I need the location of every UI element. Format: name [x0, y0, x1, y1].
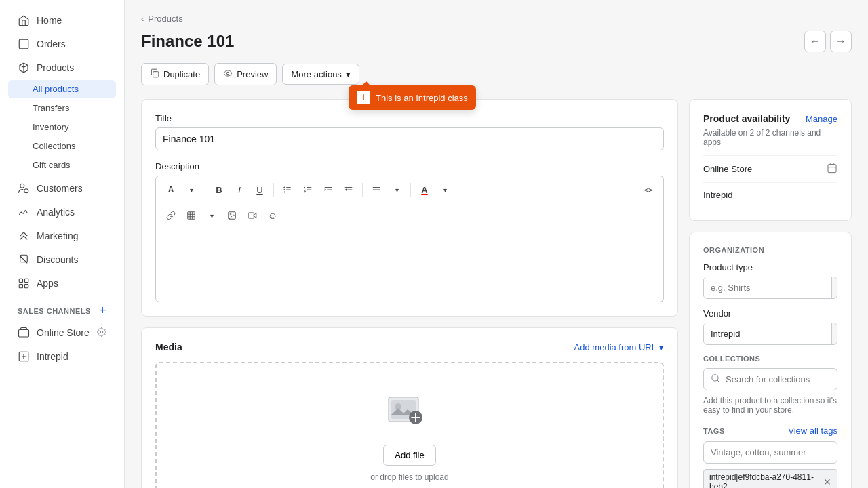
toolbar-link-btn[interactable]	[161, 206, 180, 225]
svg-point-16	[284, 189, 285, 190]
toolbar-image-btn[interactable]	[222, 206, 241, 225]
sidebar-item-apps[interactable]: Apps	[8, 272, 116, 295]
toolbar-table-btn[interactable]	[182, 206, 201, 225]
collections-hint: Add this product to a collection so it's…	[703, 396, 837, 415]
breadcrumb-link[interactable]: Products	[148, 14, 182, 24]
toolbar-table-dropdown-btn[interactable]: ▾	[202, 206, 221, 225]
svg-point-11	[226, 72, 229, 75]
tag-chips: intrepid|ef9fdcba-a270-4811-beb2... ✕	[703, 469, 837, 488]
intrepid-icon	[18, 350, 30, 363]
svg-rect-0	[19, 39, 28, 49]
sidebar-sub-all-products-label: All products	[33, 84, 79, 94]
page-header: Finance 101 ← →	[141, 30, 852, 52]
channel-online-store-label: Online Store	[703, 164, 752, 174]
tags-header: TAGS View all tags	[703, 426, 837, 436]
add-file-button[interactable]: Add file	[383, 445, 435, 466]
online-store-settings-icon[interactable]	[97, 327, 106, 339]
tag-remove-button[interactable]: ✕	[823, 477, 831, 487]
sidebar-sub-inventory[interactable]: Inventory	[8, 118, 116, 136]
analytics-icon	[18, 206, 30, 218]
sidebar-item-home[interactable]: Home	[8, 9, 116, 32]
sidebar-sub-transfers[interactable]: Transfers	[8, 99, 116, 117]
toolbar-sep-3	[362, 183, 363, 197]
toolbar-font-btn[interactable]: A	[161, 180, 180, 199]
sidebar-item-online-store-label: Online Store	[37, 327, 90, 338]
product-type-row: Product type ⇕	[703, 262, 837, 299]
sidebar-item-intrepid[interactable]: Intrepid	[8, 345, 116, 368]
sidebar-sub-collections[interactable]: Collections	[8, 137, 116, 155]
product-type-label: Product type	[703, 262, 837, 272]
toolbar-font-dropdown-btn[interactable]: ▾	[182, 180, 201, 199]
toolbar-underline-btn[interactable]: U	[250, 180, 269, 199]
calendar-icon[interactable]	[827, 163, 837, 176]
product-type-arrow[interactable]: ⇕	[831, 277, 837, 298]
tooltip-popup: I This is an Intrepid class	[349, 85, 476, 110]
sidebar-item-customers[interactable]: Customers	[8, 177, 116, 200]
toolbar-list-ordered-btn[interactable]	[298, 180, 317, 199]
sidebar-item-discounts-label: Discounts	[37, 254, 78, 265]
tags-input[interactable]	[703, 441, 837, 464]
upload-icon	[386, 390, 433, 438]
nav-forward-button[interactable]: →	[830, 30, 852, 52]
view-all-tags-link[interactable]: View all tags	[788, 426, 837, 436]
sidebar-item-products-label: Products	[37, 62, 74, 73]
sidebar-item-marketing[interactable]: Marketing	[8, 224, 116, 247]
tag-label: intrepid|ef9fdcba-a270-4811-beb2...	[709, 472, 819, 488]
sidebar-item-orders-label: Orders	[37, 39, 66, 49]
add-channel-icon[interactable]: +	[99, 304, 106, 318]
svg-rect-30	[188, 212, 195, 220]
breadcrumb: ‹ Products	[141, 14, 852, 24]
collections-title: COLLECTIONS	[703, 354, 837, 363]
sidebar-sub-gift-cards-label: Gift cards	[33, 160, 71, 170]
channel-intrepid-label: Intrepid	[703, 190, 732, 200]
preview-icon	[223, 68, 233, 80]
nav-back-button[interactable]: ←	[804, 30, 826, 52]
collections-search[interactable]	[703, 368, 837, 390]
svg-rect-5	[19, 285, 22, 288]
toolbar-bold-btn[interactable]: B	[210, 180, 229, 199]
toolbar-text-color-btn[interactable]: A	[415, 180, 434, 199]
more-actions-button[interactable]: More actions ▾	[282, 64, 359, 85]
description-editor[interactable]	[155, 228, 664, 302]
toolbar-sep-2	[273, 183, 274, 197]
sidebar-item-analytics[interactable]: Analytics	[8, 201, 116, 224]
sidebar-sub-transfers-label: Transfers	[33, 103, 69, 113]
sidebar-item-products[interactable]: Products	[8, 56, 116, 79]
home-icon	[18, 14, 30, 26]
title-input[interactable]	[155, 127, 664, 150]
manage-link[interactable]: Manage	[806, 114, 837, 124]
toolbar-outdent-btn[interactable]	[339, 180, 358, 199]
sidebar-item-discounts[interactable]: Discounts	[8, 248, 116, 271]
svg-point-1	[20, 184, 24, 188]
sidebar-item-online-store[interactable]: Online Store	[8, 321, 116, 344]
toolbar-code-btn[interactable]: <>	[639, 180, 658, 199]
sidebar-sub-gift-cards[interactable]: Gift cards	[8, 156, 116, 174]
vendor-input[interactable]	[704, 323, 831, 344]
toolbar-sep-4	[410, 183, 411, 197]
toolbar-indent-btn[interactable]	[319, 180, 338, 199]
products-icon	[18, 62, 30, 74]
sidebar-item-home-label: Home	[37, 15, 62, 26]
sidebar-item-orders[interactable]: Orders	[8, 33, 116, 56]
toolbar-emoji-btn[interactable]: ☺	[263, 206, 282, 225]
product-type-input[interactable]	[704, 277, 831, 298]
description-toolbar: A ▾ B I U	[155, 176, 664, 203]
preview-button[interactable]: Preview	[214, 63, 277, 85]
sidebar-sub-all-products[interactable]: All products	[8, 80, 116, 98]
toolbar-text-color-dropdown-btn[interactable]: ▾	[435, 180, 454, 199]
add-media-url-button[interactable]: Add media from URL ▾	[574, 342, 664, 352]
action-bar: Duplicate Preview More actions ▾	[141, 63, 852, 85]
toolbar-align-btn[interactable]	[367, 180, 386, 199]
tags-title: TAGS	[703, 427, 725, 435]
svg-rect-42	[828, 165, 836, 173]
vendor-arrow[interactable]: ⇕	[831, 323, 837, 344]
duplicate-button[interactable]: Duplicate	[141, 63, 209, 85]
toolbar-align-dropdown-btn[interactable]: ▾	[387, 180, 406, 199]
media-drop-zone[interactable]: Add file or drop files to upload	[155, 362, 664, 488]
collections-search-input[interactable]	[726, 374, 840, 384]
media-header: Media Add media from URL ▾	[155, 342, 664, 352]
svg-point-8	[100, 331, 103, 333]
toolbar-video-btn[interactable]	[243, 206, 262, 225]
toolbar-list-unordered-btn[interactable]	[278, 180, 297, 199]
toolbar-italic-btn[interactable]: I	[230, 180, 249, 199]
